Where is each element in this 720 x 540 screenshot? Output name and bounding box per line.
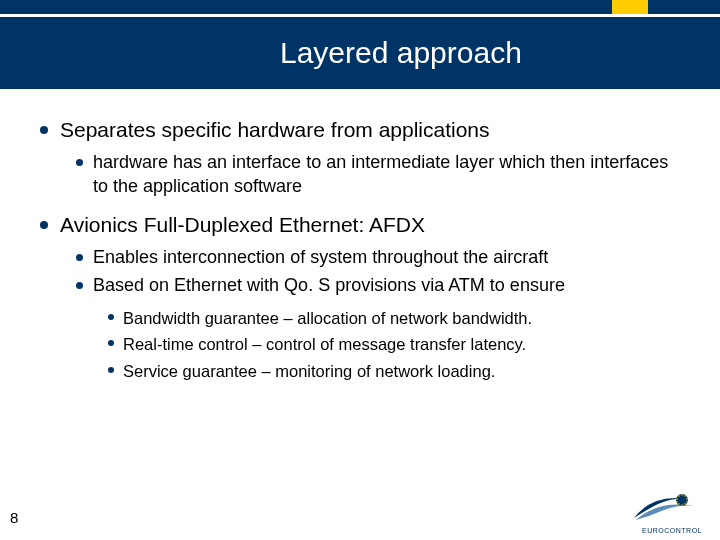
list-item: Bandwidth guarantee – allocation of netw… <box>108 307 680 329</box>
list-item: Enables interconnection of system throug… <box>76 246 680 269</box>
svg-point-2 <box>684 495 686 497</box>
slide-title: Layered approach <box>280 36 522 70</box>
list-item: Based on Ethernet with Qo. S provisions … <box>76 274 680 297</box>
slide-body: Separates specific hardware from applica… <box>0 89 720 382</box>
bullet-text: Avionics Full-Duplexed Ethernet: AFDX <box>60 212 425 238</box>
list-item: Real-time control – control of message t… <box>108 333 680 355</box>
bullet-icon <box>76 282 83 289</box>
bullet-text: Bandwidth guarantee – allocation of netw… <box>123 307 532 329</box>
svg-point-7 <box>678 503 680 505</box>
bullet-icon <box>108 340 114 346</box>
svg-point-10 <box>678 495 680 497</box>
list-item: Service guarantee – monitoring of networ… <box>108 360 680 382</box>
eurocontrol-logo-icon <box>624 482 702 530</box>
bullet-icon <box>40 221 48 229</box>
accent-block <box>612 0 648 14</box>
svg-point-4 <box>686 501 688 503</box>
svg-point-5 <box>684 503 686 505</box>
svg-point-9 <box>676 498 678 500</box>
svg-point-1 <box>681 494 683 496</box>
logo-label: EUROCONTROL <box>624 527 702 534</box>
bullet-icon <box>108 314 114 320</box>
svg-point-8 <box>676 501 678 503</box>
bullet-text: Service guarantee – monitoring of networ… <box>123 360 495 382</box>
top-stripe <box>0 0 720 14</box>
svg-point-3 <box>686 498 688 500</box>
bullet-icon <box>76 159 83 166</box>
bullet-text: Real-time control – control of message t… <box>123 333 526 355</box>
bullet-icon <box>76 254 83 261</box>
list-item: Avionics Full-Duplexed Ethernet: AFDX <box>40 212 680 238</box>
list-item: Separates specific hardware from applica… <box>40 117 680 143</box>
bullet-text: Enables interconnection of system throug… <box>93 246 548 269</box>
bullet-icon <box>108 367 114 373</box>
bullet-text: hardware has an interface to an intermed… <box>93 151 680 198</box>
bullet-text: Based on Ethernet with Qo. S provisions … <box>93 274 565 297</box>
list-item: hardware has an interface to an intermed… <box>76 151 680 198</box>
page-number: 8 <box>10 509 18 526</box>
title-band: Layered approach <box>0 17 720 89</box>
bullet-icon <box>40 126 48 134</box>
bullet-text: Separates specific hardware from applica… <box>60 117 490 143</box>
svg-point-6 <box>681 504 683 506</box>
